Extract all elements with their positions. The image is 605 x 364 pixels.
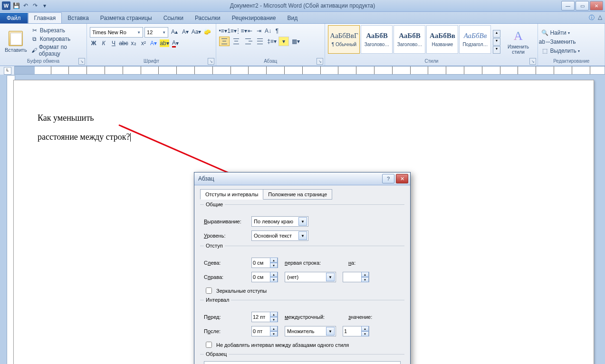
shrink-font-icon[interactable]: A▾: [181, 27, 190, 37]
tab-review[interactable]: Рецензирование: [226, 13, 282, 23]
window-title: Документ2 - Microsoft Word (Сбой активац…: [0, 2, 605, 9]
paste-label: Вставить: [5, 47, 27, 53]
style-heading2[interactable]: АаБбВЗаголово…: [394, 25, 425, 54]
help-icon[interactable]: ⓘ: [589, 14, 595, 22]
tab-home[interactable]: Главная: [28, 12, 62, 23]
align-center-icon[interactable]: [231, 37, 241, 46]
paste-icon: [9, 31, 23, 46]
tab-view[interactable]: Вид: [281, 13, 303, 23]
font-color-icon[interactable]: A▾: [172, 39, 179, 47]
dialog-close-button[interactable]: ✕: [396, 174, 408, 183]
change-styles-button[interactable]: A Изменить стили: [501, 25, 535, 58]
style-heading1[interactable]: АаБбВЗаголово…: [361, 25, 393, 54]
replace-button[interactable]: ab↔Заменить: [541, 38, 602, 46]
italic-icon[interactable]: К: [100, 39, 107, 47]
group-paragraph-label: Абзац: [219, 58, 322, 64]
ribbon-tabs: Файл Главная Вставка Разметка страницы С…: [0, 12, 605, 24]
brush-icon: 🖌: [31, 47, 38, 54]
highlight-icon[interactable]: ab▾: [160, 39, 169, 47]
styles-dialog-launcher[interactable]: ↘: [529, 58, 536, 65]
styles-down-icon[interactable]: ▾: [493, 38, 500, 46]
font-size-select[interactable]: 12▼: [144, 27, 168, 38]
copy-icon: ⧉: [31, 35, 38, 43]
minimize-button[interactable]: —: [561, 1, 575, 10]
save-icon[interactable]: 💾: [12, 2, 20, 10]
indent-inc-icon[interactable]: ⇥: [255, 27, 263, 35]
close-button[interactable]: ✕: [590, 1, 603, 10]
paragraph-dialog-launcher[interactable]: ↘: [317, 58, 323, 65]
superscript-icon[interactable]: x²: [140, 39, 147, 47]
style-title[interactable]: АаБбВвНазвание: [426, 25, 458, 54]
cut-button[interactable]: ✂Вырезать: [31, 27, 84, 34]
line-spacing-select[interactable]: Множитель▼: [285, 326, 336, 336]
change-case-icon[interactable]: Aa▾: [192, 27, 201, 37]
font-name-select[interactable]: Times New Ro▼: [90, 27, 143, 38]
style-subtitle[interactable]: АаБбВвПодзагол…: [459, 25, 491, 54]
format-painter-button[interactable]: 🖌Формат по образцу: [31, 44, 84, 57]
sort-icon[interactable]: A↓: [264, 27, 272, 35]
dialog-tab-indents[interactable]: Отступы и интервалы: [200, 189, 263, 200]
replace-icon: ab↔: [541, 38, 548, 46]
spin-up-icon[interactable]: ▲: [270, 258, 278, 263]
font-dialog-launcher[interactable]: ↘: [208, 58, 214, 65]
no-space-same-style-checkbox[interactable]: Не добавлять интервал между абзацами одн…: [204, 340, 401, 349]
dialog-tab-position[interactable]: Положение на странице: [263, 189, 332, 200]
align-right-icon[interactable]: [243, 37, 253, 46]
tab-file[interactable]: Файл: [0, 13, 28, 23]
clipboard-dialog-launcher[interactable]: ↘: [78, 58, 85, 65]
paste-button[interactable]: Вставить: [3, 25, 29, 58]
shading-icon[interactable]: ▾: [278, 37, 289, 46]
bullets-icon[interactable]: •≡▾: [219, 27, 227, 35]
find-button[interactable]: 🔍Найти▾: [541, 29, 602, 37]
tab-selector-icon[interactable]: L: [4, 67, 11, 75]
redo-icon[interactable]: ↷: [31, 2, 39, 10]
after-spinner[interactable]: ▲▼: [251, 326, 278, 336]
styles-more-icon[interactable]: ▾: [493, 46, 500, 54]
qat-dropdown-icon[interactable]: ▾: [41, 2, 48, 10]
tab-mail[interactable]: Рассылки: [189, 13, 226, 23]
collapse-ribbon-icon[interactable]: △: [598, 14, 602, 20]
undo-icon[interactable]: ↶: [22, 2, 29, 10]
paragraph-dialog: Абзац ? ✕ Отступы и интервалы Положение …: [194, 172, 411, 364]
dialog-help-button[interactable]: ?: [382, 174, 394, 183]
before-spinner[interactable]: ▲▼: [251, 312, 278, 322]
select-button[interactable]: ⬚Выделить▾: [541, 47, 602, 55]
first-line-select[interactable]: (нет)▼: [285, 272, 336, 282]
first-line-by-spinner[interactable]: ▲▼: [343, 272, 369, 282]
left-indent-spinner[interactable]: ▲▼: [251, 258, 278, 268]
right-indent-spinner[interactable]: ▲▼: [251, 272, 278, 282]
first-line-label: первая строка:: [285, 260, 342, 266]
group-clipboard-label: Буфер обмена: [3, 58, 84, 64]
line-spacing-icon[interactable]: ‡≡▾: [267, 37, 277, 46]
select-icon: ⬚: [541, 47, 548, 55]
subscript-icon[interactable]: x₂: [130, 39, 137, 47]
style-normal[interactable]: АаБбВвГ¶ Обычный: [328, 25, 360, 54]
styles-up-icon[interactable]: ▴: [493, 30, 500, 38]
tab-layout[interactable]: Разметка страницы: [95, 13, 158, 23]
align-left-icon[interactable]: [219, 37, 230, 46]
copy-button[interactable]: ⧉Копировать: [31, 35, 84, 43]
align-justify-icon[interactable]: [255, 37, 265, 46]
mirror-indents-checkbox[interactable]: Зеркальные отступы: [204, 286, 401, 295]
bold-icon[interactable]: Ж: [90, 39, 97, 47]
maximize-button[interactable]: ▭: [576, 1, 589, 10]
horizontal-ruler[interactable]: L: [0, 66, 605, 75]
multilevel-icon[interactable]: ⋮≡▾: [237, 27, 245, 35]
indent-dec-icon[interactable]: ⇤: [246, 27, 254, 35]
clear-format-icon[interactable]: 🧽: [202, 27, 212, 37]
text-effects-icon[interactable]: A▾: [150, 39, 157, 47]
dialog-title-bar[interactable]: Абзац ? ✕: [194, 172, 410, 185]
show-marks-icon[interactable]: ¶: [273, 27, 281, 35]
group-edit-label: Редактирование: [541, 58, 602, 64]
underline-icon[interactable]: Ч: [110, 39, 117, 47]
level-select[interactable]: Основной текст▼: [251, 230, 308, 241]
alignment-select[interactable]: По левому краю▼: [251, 216, 308, 227]
grow-font-icon[interactable]: A▴: [170, 27, 179, 37]
tab-insert[interactable]: Вставка: [62, 13, 95, 23]
word-logo-icon: W: [2, 1, 10, 10]
borders-icon[interactable]: ▦▾: [290, 37, 301, 46]
spin-down-icon[interactable]: ▼: [270, 263, 278, 268]
strike-icon[interactable]: abc: [120, 39, 127, 47]
tab-refs[interactable]: Ссылки: [158, 13, 189, 23]
at-spinner[interactable]: ▲▼: [343, 326, 369, 336]
